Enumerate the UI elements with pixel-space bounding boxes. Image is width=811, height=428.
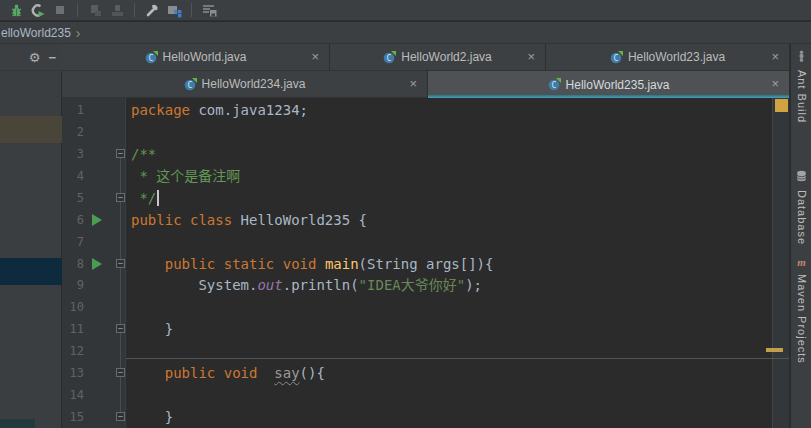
tab-label: HelloWorld.java: [163, 50, 247, 64]
java-class-icon: C: [610, 51, 623, 64]
chevron-right-icon: ›: [76, 28, 81, 38]
line-number: 11: [62, 318, 84, 340]
method-separator: [126, 358, 789, 359]
line-number: 8: [62, 253, 84, 275]
svg-text:C: C: [148, 54, 153, 63]
tab-row-2: CHelloWorld234.java×CHelloWorld235.java×: [62, 71, 790, 98]
tab-label: HelloWorld2.java: [401, 50, 492, 64]
build-icon[interactable]: [106, 1, 128, 19]
code-line: * 这个是备注啊: [131, 165, 240, 187]
project-structure-icon[interactable]: [163, 1, 185, 19]
line-number: 14: [62, 384, 84, 406]
java-class-icon: C: [184, 78, 197, 91]
compile-icon[interactable]: [84, 1, 106, 19]
svg-text:C: C: [613, 54, 618, 63]
code-line: System.out.println("IDEA大爷你好");: [131, 274, 482, 296]
run-gutter-icon[interactable]: [92, 258, 102, 270]
toolwindow-label: Ant Build: [796, 70, 808, 123]
run-gutter-icon[interactable]: [92, 214, 102, 226]
java-class-icon: C: [145, 51, 158, 64]
stop-icon[interactable]: [49, 1, 71, 19]
close-icon[interactable]: ×: [409, 77, 417, 90]
line-number: 2: [62, 121, 84, 143]
fold-marker-end[interactable]: −: [116, 412, 125, 421]
close-icon[interactable]: ×: [527, 50, 535, 63]
line-number: 9: [62, 274, 84, 296]
main-toolbar: [0, 0, 811, 21]
tree-row-selected[interactable]: [0, 258, 62, 285]
run-class-icon[interactable]: [27, 1, 49, 19]
ide-window: elloWorld235 › ⚙ − CHelloWorld.java×CHel…: [0, 0, 811, 428]
svg-text:C: C: [387, 54, 392, 63]
toolwindow-label: Database: [796, 190, 808, 245]
toolwindow-button-maven-projects[interactable]: mMaven Projects: [791, 252, 811, 364]
java-class-icon: C: [548, 78, 561, 91]
tab-row-1: CHelloWorld.java×CHelloWorld2.java×CHell…: [62, 44, 790, 71]
code-line: /**: [131, 143, 156, 165]
line-number: 12: [62, 340, 84, 362]
tab-label: HelloWorld235.java: [566, 78, 670, 92]
close-icon[interactable]: ×: [771, 50, 779, 63]
right-toolwindow-bar: Ant BuildDatabasemMaven Projects: [790, 44, 811, 428]
database-icon: [796, 168, 807, 186]
tab-label: HelloWorld234.java: [202, 77, 306, 91]
tree-row-partial[interactable]: [0, 419, 35, 428]
toolbar-separator: [134, 3, 135, 17]
code-line: }: [131, 318, 173, 340]
hide-panel-icon[interactable]: −: [48, 50, 56, 65]
toolwindow-button-ant-build[interactable]: Ant Build: [791, 48, 811, 123]
line-number: 15: [62, 406, 84, 428]
project-panel-header: ⚙ −: [0, 44, 62, 71]
tab-helloworld2-java[interactable]: CHelloWorld2.java×: [330, 44, 546, 71]
text-caret: [157, 190, 159, 206]
svg-text:C: C: [187, 81, 192, 90]
tab-helloworld-java[interactable]: CHelloWorld.java×: [62, 44, 330, 71]
fold-marker-end[interactable]: −: [116, 324, 125, 333]
gear-icon[interactable]: ⚙: [29, 50, 41, 65]
editor[interactable]: 1package com.java1234;23−/**4 * 这个是备注啊5−…: [62, 98, 790, 428]
line-number: 5: [62, 187, 84, 209]
ant-icon: [796, 48, 807, 66]
debug-bug-icon[interactable]: [5, 1, 27, 19]
line-number: 7: [62, 231, 84, 253]
line-number: 6: [62, 209, 84, 231]
line-number: 13: [62, 362, 84, 384]
toolwindow-label: Maven Projects: [796, 274, 808, 364]
svg-text:C: C: [551, 81, 556, 90]
warning-stripe-mark[interactable]: [766, 348, 783, 352]
settings-wrench-icon[interactable]: [141, 1, 163, 19]
toolbar-separator: [77, 3, 78, 17]
fold-marker-start[interactable]: −: [116, 259, 125, 268]
code-line: package com.java1234;: [131, 99, 308, 121]
toolwindow-button-database[interactable]: Database: [791, 168, 811, 245]
code-line: public void say(){: [131, 362, 325, 384]
close-icon[interactable]: ×: [311, 50, 319, 63]
tab-helloworld234-java[interactable]: CHelloWorld234.java×: [62, 71, 428, 98]
tab-helloworld235-java[interactable]: CHelloWorld235.java×: [428, 71, 790, 98]
navigation-bar: elloWorld235 ›: [0, 22, 811, 44]
tab-helloworld23-java[interactable]: CHelloWorld23.java×: [546, 44, 790, 71]
error-stripe-indicator[interactable]: [775, 99, 788, 112]
line-number: 3: [62, 143, 84, 165]
tab-label: HelloWorld23.java: [628, 50, 725, 64]
maven-icon: m: [797, 252, 806, 270]
toolbar-separator: [191, 3, 192, 17]
scrollbar-track[interactable]: [772, 98, 789, 428]
fold-marker-end[interactable]: −: [116, 193, 125, 202]
code-line: }: [131, 406, 173, 428]
line-number: 10: [62, 296, 84, 318]
close-icon[interactable]: ×: [771, 77, 779, 90]
code-line: */: [131, 187, 159, 209]
fold-marker-start[interactable]: −: [116, 368, 125, 377]
breadcrumb[interactable]: elloWorld235: [1, 26, 71, 40]
tree-row-modified[interactable]: [0, 116, 62, 143]
java-class-icon: C: [383, 51, 396, 64]
line-number: 4: [62, 165, 84, 187]
fold-marker-start[interactable]: −: [116, 149, 125, 158]
save-layout-icon[interactable]: [198, 1, 220, 19]
code-line: public class HelloWorld235 {: [131, 209, 367, 231]
line-number: 1: [62, 99, 84, 121]
project-panel: ⚙ −: [0, 44, 62, 428]
code-line: public static void main(String args[]){: [131, 253, 493, 275]
